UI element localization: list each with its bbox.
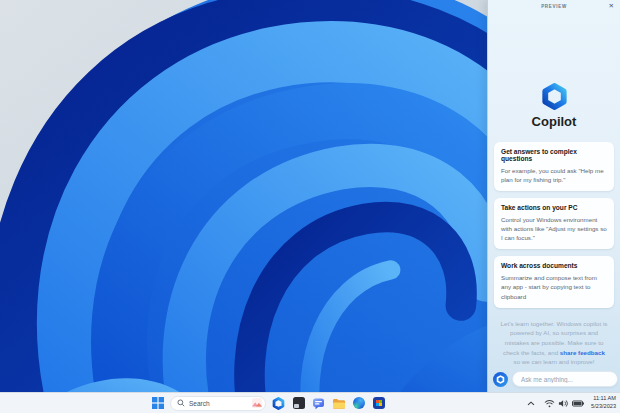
copilot-icon — [272, 397, 285, 410]
wifi-icon — [544, 399, 555, 408]
start-button[interactable] — [150, 396, 165, 411]
taskbar: Search — [0, 392, 620, 413]
taskbar-copilot-button[interactable] — [271, 396, 286, 411]
microsoft-store-icon — [373, 397, 385, 409]
copilot-logo-icon — [541, 83, 568, 110]
chat-button[interactable] — [311, 396, 326, 411]
desktop: PREVIEW ✕ Copilot Get answers to complex… — [0, 0, 620, 413]
ask-row — [493, 371, 615, 387]
disclaimer-after: so we can learn and improve! — [514, 358, 595, 365]
search-highlight-icon[interactable] — [252, 398, 262, 408]
clock[interactable]: 11:11 AM 5/23/2023 — [591, 395, 616, 410]
card-take-actions[interactable]: Take actions on your PC Control your Win… — [494, 198, 614, 249]
card-body: Control your Windows environment with ac… — [501, 215, 607, 243]
search-input[interactable]: Search — [170, 396, 266, 411]
card-body: Summarize and compose text from any app … — [501, 273, 607, 301]
clock-time: 11:11 AM — [593, 395, 616, 403]
suggestion-cards: Get answers to complex questions For exa… — [494, 142, 614, 308]
copilot-avatar-icon — [493, 372, 508, 387]
system-tray: 11:11 AM 5/23/2023 — [525, 393, 616, 413]
share-feedback-link[interactable]: share feedback — [560, 349, 605, 356]
search-icon — [177, 399, 185, 407]
battery-icon — [572, 400, 584, 407]
edge-icon — [353, 397, 365, 409]
chat-icon — [312, 397, 325, 410]
edge-button[interactable] — [351, 396, 366, 411]
card-body: For example, you could ask "Help me plan… — [501, 166, 607, 185]
clock-date: 5/23/2023 — [591, 403, 616, 411]
copilot-panel-header: PREVIEW ✕ — [488, 0, 620, 13]
windows-logo-icon — [152, 397, 164, 409]
copilot-title: Copilot — [488, 114, 620, 129]
card-get-answers[interactable]: Get answers to complex questions For exa… — [494, 142, 614, 191]
hidden-icons-button[interactable] — [525, 399, 537, 408]
task-view-button[interactable] — [291, 396, 306, 411]
taskbar-pinned-group: Search — [150, 393, 386, 413]
file-explorer-icon — [332, 398, 345, 409]
card-work-across-documents[interactable]: Work across documents Summarize and comp… — [494, 256, 614, 307]
quick-settings-button[interactable] — [542, 397, 586, 410]
disclaimer-text: Let's learn together. Windows copilot is… — [499, 319, 609, 367]
card-title: Work across documents — [501, 262, 607, 269]
chevron-up-icon — [527, 401, 535, 406]
file-explorer-button[interactable] — [331, 396, 346, 411]
card-title: Take actions on your PC — [501, 204, 607, 211]
preview-badge: PREVIEW — [488, 4, 620, 9]
speaker-icon — [558, 399, 569, 408]
microsoft-store-button[interactable] — [371, 396, 386, 411]
search-label: Search — [189, 400, 248, 407]
task-view-icon — [293, 397, 305, 409]
copilot-panel: PREVIEW ✕ Copilot Get answers to complex… — [487, 0, 620, 392]
close-icon[interactable]: ✕ — [608, 2, 615, 11]
ask-input[interactable] — [512, 371, 618, 387]
card-title: Get answers to complex questions — [501, 148, 607, 162]
